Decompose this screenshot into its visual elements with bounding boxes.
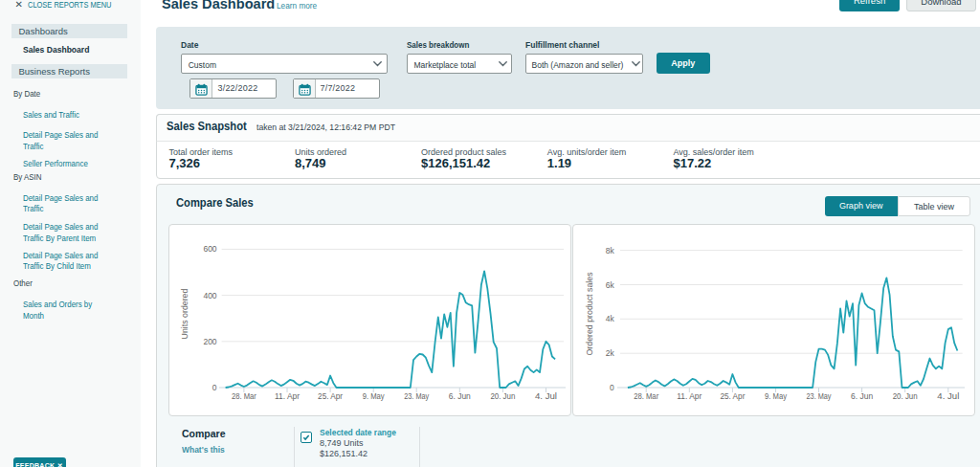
- svg-text:2k: 2k: [605, 348, 614, 358]
- svg-text:400: 400: [204, 290, 217, 300]
- svg-text:4. Jul: 4. Jul: [535, 391, 557, 400]
- svg-text:0: 0: [610, 383, 614, 392]
- svg-text:600: 600: [204, 244, 217, 254]
- svg-text:8k: 8k: [605, 245, 614, 255]
- svg-text:Ordered product sales: Ordered product sales: [585, 272, 594, 356]
- svg-text:28. Mar: 28. Mar: [634, 391, 658, 400]
- svg-text:20. Jun: 20. Jun: [491, 391, 516, 400]
- svg-text:4k: 4k: [605, 314, 614, 323]
- svg-text:6. Jun: 6. Jun: [449, 391, 471, 400]
- svg-text:25. Apr: 25. Apr: [318, 391, 343, 400]
- svg-text:23. May: 23. May: [806, 391, 832, 400]
- svg-text:0: 0: [212, 383, 217, 392]
- svg-text:25. Apr: 25. Apr: [720, 391, 745, 400]
- svg-text:28. Mar: 28. Mar: [232, 391, 256, 400]
- svg-text:20. Jun: 20. Jun: [892, 391, 917, 400]
- svg-text:200: 200: [204, 337, 217, 346]
- svg-text:6k: 6k: [605, 279, 614, 289]
- svg-text:6. Jun: 6. Jun: [851, 391, 873, 400]
- svg-text:4. Jul: 4. Jul: [937, 391, 959, 400]
- svg-text:9. May: 9. May: [765, 391, 788, 400]
- svg-text:9. May: 9. May: [363, 391, 386, 400]
- svg-text:Units ordered: Units ordered: [181, 288, 190, 339]
- svg-text:23. May: 23. May: [405, 391, 431, 400]
- svg-text:11. Apr: 11. Apr: [275, 391, 300, 400]
- svg-text:11. Apr: 11. Apr: [677, 391, 702, 400]
